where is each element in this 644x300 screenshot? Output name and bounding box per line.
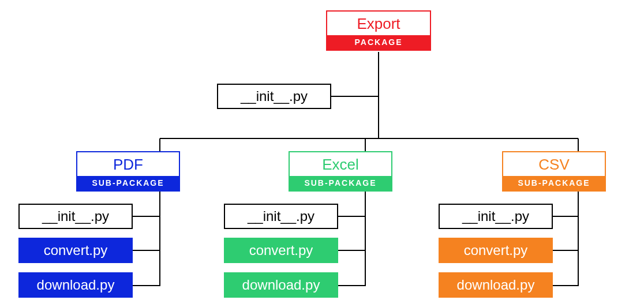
file-convert: convert.py (224, 238, 338, 263)
subpackage-tag: SUB-PACKAGE (503, 176, 605, 190)
package-export: Export PACKAGE (326, 10, 431, 51)
subpackage-title: PDF (77, 152, 179, 176)
subpackage-tag: SUB-PACKAGE (290, 176, 391, 190)
file-init: __init__.py (224, 204, 338, 229)
file-init: __init__.py (18, 204, 133, 229)
subpackage-excel: Excel SUB-PACKAGE (289, 151, 392, 192)
subpackage-title: CSV (503, 152, 605, 176)
file-init-root: __init__.py (217, 84, 331, 109)
package-title: Export (327, 12, 430, 35)
file-convert: convert.py (439, 238, 553, 263)
subpackage-csv: CSV SUB-PACKAGE (502, 151, 606, 192)
subpackage-tag: SUB-PACKAGE (77, 176, 179, 190)
file-download: download.py (224, 272, 338, 298)
subpackage-title: Excel (290, 152, 391, 176)
file-init: __init__.py (439, 204, 553, 229)
package-tag: PACKAGE (327, 35, 430, 50)
file-download: download.py (18, 272, 133, 298)
subpackage-pdf: PDF SUB-PACKAGE (76, 151, 180, 192)
file-download: download.py (439, 272, 553, 298)
file-convert: convert.py (18, 238, 133, 263)
